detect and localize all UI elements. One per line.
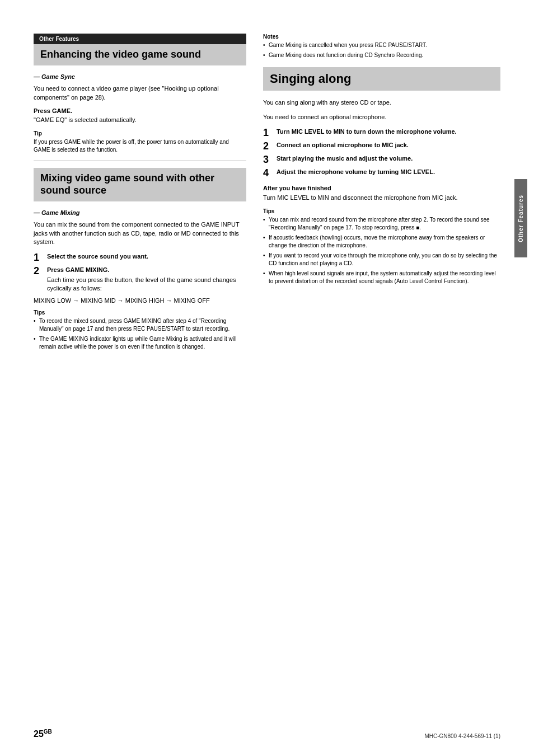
mixing-step-1: 1 Select the source sound you want. xyxy=(34,252,246,262)
model-number: MHC-GN800 4-244-569-11 (1) xyxy=(424,733,500,739)
singing-step-num-4: 4 xyxy=(263,168,273,178)
singing-tips-head: Tips xyxy=(263,208,500,214)
singing-step-text-2: Connect an optional microphone to MIC ja… xyxy=(277,141,500,149)
singing-step-num-3: 3 xyxy=(263,154,273,165)
mixing-step-2: 2 Press GAME MIXING. Each time you press… xyxy=(34,266,246,293)
tip-head-1: Tip xyxy=(34,130,246,137)
singing-tip-1: You can mix and record sound from the mi… xyxy=(263,216,500,232)
section2-title-box: Mixing video game sound with other sound… xyxy=(34,168,246,201)
singing-tips-list: You can mix and record sound from the mi… xyxy=(263,216,500,285)
singing-step-num-1: 1 xyxy=(263,128,273,138)
singing-step-4: 4 Adjust the microphone volume by turnin… xyxy=(263,168,500,178)
singing-step-text-4: Adjust the microphone volume by turning … xyxy=(277,168,500,176)
right-column: Notes Game Mixing is cancelled when you … xyxy=(263,34,500,353)
after-finished-head: After you have finished xyxy=(263,185,500,191)
tip-body-1: If you press GAME while the power is off… xyxy=(34,138,246,154)
singing-tip-4: When high level sound signals are input,… xyxy=(263,270,500,285)
section1-subtitle: — Game Sync xyxy=(34,73,246,80)
singing-intro2: You need to connect an optional micropho… xyxy=(263,113,500,122)
step-num-2: 2 xyxy=(34,266,44,276)
singing-step-1: 1 Turn MIC LEVEL to MIN to turn down the… xyxy=(263,128,500,138)
step-num-1: 1 xyxy=(34,252,44,262)
mixing-tips-list: To record the mixed sound, press GAME MI… xyxy=(34,317,246,351)
left-column: Other Features Enhancing the video game … xyxy=(34,34,246,353)
step-text-1: Select the source sound you want. xyxy=(47,252,246,261)
side-tab: Other Features xyxy=(514,179,527,257)
divider-1 xyxy=(34,161,246,161)
section1-title: Enhancing the video game sound xyxy=(40,49,240,61)
tips-head-2: Tips xyxy=(34,309,246,316)
singing-title-box: Singing along xyxy=(263,67,500,91)
press-game-body: "GAME EQ" is selected automatically. xyxy=(34,116,246,125)
singing-title: Singing along xyxy=(270,72,494,86)
mixing-tip-2: The GAME MIXING indicator lights up whil… xyxy=(34,335,246,351)
main-content: Other Features Enhancing the video game … xyxy=(34,34,500,353)
step2-body: Each time you press the button, the leve… xyxy=(47,276,246,293)
press-game-label: Press GAME. xyxy=(34,107,246,114)
singing-tip-3: If you want to record your voice through… xyxy=(263,252,500,267)
page: Other Features Enhancing the video game … xyxy=(0,0,534,756)
singing-intro1: You can sing along with any stereo CD or… xyxy=(263,98,500,107)
section2-subtitle: — Game Mixing xyxy=(34,209,246,216)
section2-title: Mixing video game sound with other sound… xyxy=(40,172,240,196)
page-num-text: 25GB xyxy=(34,729,52,739)
section2-body1: You can mix the sound from the component… xyxy=(34,220,246,247)
singing-step-text-3: Start playing the music and adjust the v… xyxy=(277,154,500,163)
singing-step-num-2: 2 xyxy=(263,141,273,151)
singing-step-text-1: Turn MIC LEVEL to MIN to turn down the m… xyxy=(277,128,500,136)
section-header: Other Features xyxy=(34,34,246,44)
notes-list: Game Mixing is cancelled when you press … xyxy=(263,41,500,59)
notes-head: Notes xyxy=(263,34,500,40)
step-text-2: Press GAME MIXING. Each time you press t… xyxy=(47,266,246,293)
section1-body1: You need to connect a video game player … xyxy=(34,84,246,102)
footer: 25GB MHC-GN800 4-244-569-11 (1) xyxy=(0,729,534,739)
note-2: Game Mixing does not function during CD … xyxy=(263,51,500,59)
mixing-tip-1: To record the mixed sound, press GAME MI… xyxy=(34,317,246,333)
singing-step-3: 3 Start playing the music and adjust the… xyxy=(263,154,500,165)
note-1: Game Mixing is cancelled when you press … xyxy=(263,41,500,49)
singing-step-2: 2 Connect an optional microphone to MIC … xyxy=(263,141,500,151)
section1-title-box: Enhancing the video game sound xyxy=(34,44,246,65)
mixing-flow: MIXING LOW → MIXING MID → MIXING HIGH → … xyxy=(34,296,246,306)
singing-tip-2: If acoustic feedback (howling) occurs, m… xyxy=(263,234,500,250)
step2-head: Press GAME MIXING. xyxy=(47,266,109,273)
page-number: 25GB xyxy=(34,729,52,739)
after-finished-body: Turn MIC LEVEL to MIN and disconnect the… xyxy=(263,194,500,203)
